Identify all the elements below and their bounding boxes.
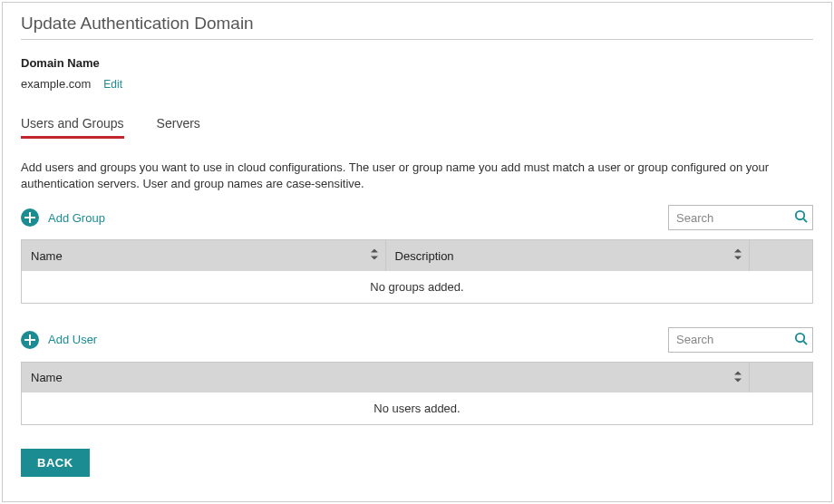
users-table: Name No users added. — [21, 362, 813, 426]
edit-domain-link[interactable]: Edit — [103, 78, 122, 91]
tabs: Users and Groups Servers — [21, 116, 813, 140]
groups-col-actions — [750, 240, 813, 271]
add-user-button[interactable]: Add User — [21, 331, 97, 349]
sort-icon — [734, 249, 742, 263]
users-search-input[interactable] — [668, 327, 813, 353]
add-group-button[interactable]: Add Group — [21, 208, 105, 227]
groups-col-name[interactable]: Name — [22, 240, 386, 271]
sort-icon — [371, 249, 378, 263]
groups-search-input[interactable] — [668, 205, 813, 230]
users-toolbar: Add User — [21, 327, 813, 353]
domain-name-value: example.com — [21, 77, 91, 91]
page-container: Update Authentication Domain Domain Name… — [2, 2, 832, 502]
groups-toolbar: Add Group — [21, 205, 813, 230]
users-empty-text: No users added. — [22, 393, 813, 425]
sort-icon — [734, 371, 742, 384]
table-header-row: Name Description — [22, 240, 813, 271]
back-button[interactable]: BACK — [21, 449, 90, 477]
add-group-label: Add Group — [48, 211, 105, 225]
tab-servers[interactable]: Servers — [157, 116, 200, 139]
users-search-wrap — [668, 327, 813, 353]
groups-table: Name Description No groups added. — [21, 239, 813, 304]
users-col-name[interactable]: Name — [22, 362, 750, 393]
groups-col-description[interactable]: Description — [385, 240, 750, 271]
users-col-actions — [750, 362, 813, 393]
table-header-row: Name — [22, 362, 813, 393]
tab-users-and-groups[interactable]: Users and Groups — [21, 116, 124, 139]
groups-empty-text: No groups added. — [22, 271, 813, 304]
plus-icon — [21, 208, 39, 227]
page-title: Update Authentication Domain — [21, 14, 813, 34]
domain-name-label: Domain Name — [21, 56, 813, 70]
table-row: No users added. — [22, 393, 813, 425]
title-divider — [21, 39, 813, 40]
help-text: Add users and groups you want to use in … — [21, 160, 813, 192]
groups-search-wrap — [668, 205, 813, 230]
domain-value-row: example.com Edit — [21, 77, 813, 91]
add-user-label: Add User — [48, 333, 97, 346]
table-row: No groups added. — [22, 271, 813, 304]
plus-icon — [21, 331, 39, 349]
